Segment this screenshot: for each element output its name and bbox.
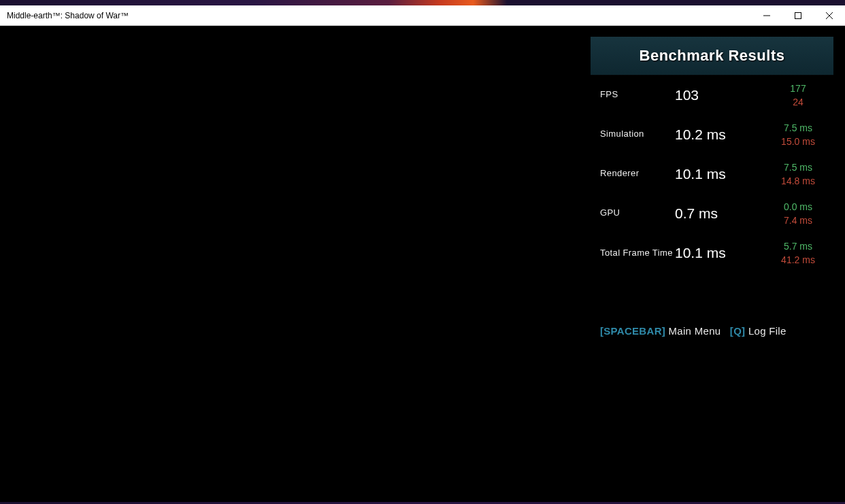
row-min: 24: [793, 97, 803, 107]
row-minmax: 5.7 ms 41.2 ms: [769, 241, 833, 265]
maximize-button[interactable]: [782, 5, 814, 25]
benchmark-panel-header: Benchmark Results: [591, 37, 833, 75]
result-row-fps: FPS 103 177 24: [591, 75, 833, 115]
launcher-top-strip: [0, 0, 845, 5]
row-minmax: 177 24: [769, 83, 833, 107]
window-title-bar: Middle-earth™: Shadow of War™: [0, 5, 845, 26]
row-minmax: 0.0 ms 7.4 ms: [769, 201, 833, 226]
minimize-icon: [763, 12, 770, 19]
hint-key-spacebar: [SPACEBAR]: [600, 325, 665, 337]
row-minmax: 7.5 ms 14.8 ms: [769, 162, 833, 186]
window-title: Middle-earth™: Shadow of War™: [0, 11, 129, 20]
svg-rect-1: [795, 12, 801, 18]
row-value: 103: [675, 87, 769, 103]
result-row-gpu: GPU 0.7 ms 0.0 ms 7.4 ms: [591, 194, 833, 233]
row-min: 14.8 ms: [781, 175, 815, 186]
row-max: 5.7 ms: [784, 241, 812, 252]
row-label: Renderer: [600, 169, 675, 179]
row-label: GPU: [600, 208, 675, 218]
benchmark-panel: Benchmark Results FPS 103 177 24 Simulat…: [591, 37, 833, 273]
row-max: 177: [790, 83, 806, 94]
row-min: 7.4 ms: [784, 215, 812, 226]
minimize-button[interactable]: [751, 5, 782, 25]
row-max: 7.5 ms: [784, 162, 812, 173]
result-row-simulation: Simulation 10.2 ms 7.5 ms 15.0 ms: [591, 115, 833, 154]
row-label: Simulation: [600, 129, 675, 139]
row-label: Total Frame Time: [600, 248, 675, 258]
window-controls: [751, 5, 845, 25]
hint-action-log-file: Log File: [748, 325, 786, 337]
row-min: 41.2 ms: [781, 254, 815, 265]
row-minmax: 7.5 ms 15.0 ms: [769, 122, 833, 147]
result-row-renderer: Renderer 10.1 ms 7.5 ms 14.8 ms: [591, 154, 833, 194]
row-value: 10.1 ms: [675, 245, 769, 261]
row-value: 10.2 ms: [675, 127, 769, 143]
hint-action-main-menu: Main Menu: [669, 325, 721, 337]
row-label: FPS: [600, 90, 675, 100]
maximize-icon: [795, 12, 801, 19]
row-max: 0.0 ms: [784, 201, 812, 212]
row-max: 7.5 ms: [784, 122, 812, 133]
game-viewport: Benchmark Results FPS 103 177 24 Simulat…: [0, 26, 845, 504]
result-row-total-frame-time: Total Frame Time 10.1 ms 5.7 ms 41.2 ms: [591, 233, 833, 273]
benchmark-title: Benchmark Results: [640, 47, 785, 65]
row-value: 0.7 ms: [675, 205, 769, 222]
close-button[interactable]: [814, 5, 845, 25]
row-value: 10.1 ms: [675, 166, 769, 182]
hint-key-q: [Q]: [730, 325, 746, 337]
row-min: 15.0 ms: [781, 136, 815, 147]
key-hints: [SPACEBAR] Main Menu [Q] Log File: [591, 325, 833, 337]
close-icon: [826, 12, 833, 19]
